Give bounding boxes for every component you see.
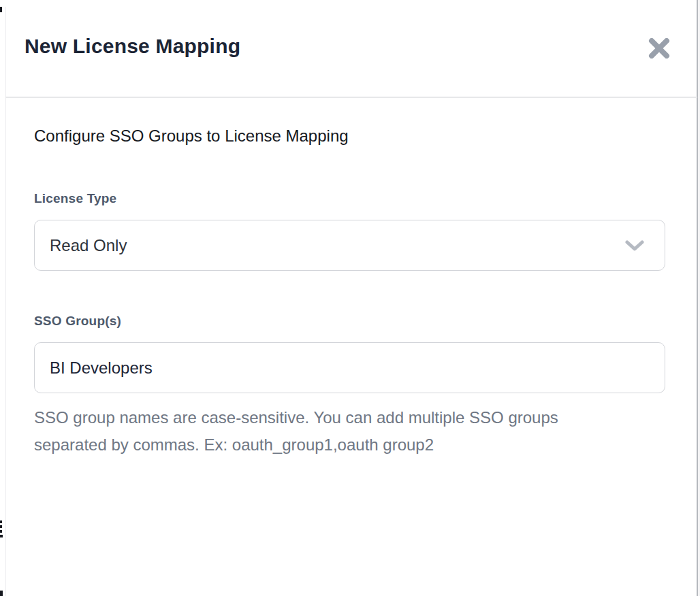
x-icon [648,38,671,59]
dialog-description: Configure SSO Groups to License Mapping [34,127,349,146]
license-type-label: License Type [34,191,116,206]
header-divider [5,97,697,98]
dialog-title: New License Mapping [25,35,240,58]
help-text-line1: SSO group names are case-sensitive. You … [34,408,558,427]
license-type-selected-value: Read Only [50,236,127,255]
page-behind-fragment [0,520,2,523]
sso-groups-input[interactable] [34,342,665,393]
scrollbar[interactable] [697,0,698,596]
page-behind-fragment [0,535,3,537]
page-behind-fragment [0,525,2,528]
close-button[interactable] [646,35,673,61]
license-type-select[interactable]: Read Only [34,220,665,271]
modal-left-edge [5,7,6,596]
page-behind-fragment [0,7,2,12]
help-text-line2: separated by commas. Ex: oauth_group1,oa… [34,435,434,454]
sso-groups-label: SSO Group(s) [34,314,121,329]
page-behind-fragment [0,530,2,533]
screen: New License Mapping Configure SSO Groups… [0,0,700,596]
chevron-down-icon [625,239,644,252]
new-license-mapping-dialog [5,7,697,596]
sso-groups-help-text: SSO group names are case-sensitive. You … [34,404,620,459]
page-behind-fragment [0,591,3,596]
